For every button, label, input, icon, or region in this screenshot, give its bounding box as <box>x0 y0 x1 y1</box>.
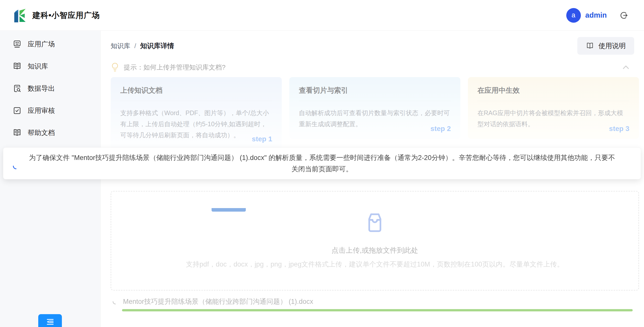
tip-card-slices: 查看切片与索引 自动解析成功后可查看切片数量与索引状态，必要时可重新生成或调整配… <box>289 77 460 139</box>
tips-header: 提示：如何上传并管理知识库文档? <box>111 61 634 73</box>
chevron-up-icon[interactable] <box>621 62 631 72</box>
file-name: Mentor技巧提升陪练场景（储能行业跨部门沟通问题） (1).docx <box>123 297 313 306</box>
jianke-logo-icon <box>14 8 27 23</box>
app-square-icon <box>13 40 22 49</box>
sidebar-item-app-plaza[interactable]: 应用广场 <box>0 33 100 55</box>
sidebar-menu: 应用广场 知识库 数据导出 应用审 <box>0 31 100 144</box>
tip-card-upload: 上传知识文档 支持多种格式（Word、PDF、图片等），单个/总大小有上限，上传… <box>111 77 282 149</box>
page-title: 知识库详情 <box>140 41 174 50</box>
parsing-notice-toast: 为了确保文件 "Mentor技巧提升陪练场景（储能行业跨部门沟通问题） (1).… <box>3 147 641 179</box>
tip-card-title: 在应用中生效 <box>477 86 629 101</box>
sidebar-item-app-review[interactable]: 应用审核 <box>0 100 100 122</box>
upload-dropzone[interactable]: 点击上传,或拖放文件到此处 支持pdf，doc，docx，jpg，png，jpe… <box>111 191 639 290</box>
sidebar-item-knowledge-base[interactable]: 知识库 <box>0 55 100 77</box>
uploading-file-row: Mentor技巧提升陪练场景（储能行业跨部门沟通问题） (1).docx <box>112 297 633 306</box>
open-book-icon <box>13 62 22 71</box>
inbox-icon <box>365 213 385 233</box>
app-header: 建科•小智应用广场 a admin <box>0 0 644 31</box>
loading-spinner-icon <box>12 162 20 170</box>
tips-title: 提示：如何上传并管理知识库文档? <box>124 63 225 72</box>
step-badge: step 1 <box>252 135 272 143</box>
step-badge: step 3 <box>609 125 629 133</box>
sidebar-item-label: 应用审核 <box>28 106 55 115</box>
loading-dimmed-content: 提示：如何上传并管理知识库文档? 上传知识文档 支持多种格式（Word、PDF、… <box>101 61 644 311</box>
usage-guide-button[interactable]: 使用说明 <box>577 37 634 55</box>
tip-card-body: 自动解析成功后可查看切片数量与索引状态，必要时可重新生成或调整配置。 <box>299 108 451 130</box>
sidebar-item-label: 知识库 <box>28 62 48 71</box>
logout-icon[interactable] <box>619 10 629 20</box>
sidebar-item-label: 应用广场 <box>28 40 55 49</box>
dropzone-hint: 支持pdf，doc，docx，jpg，png，jpeg文件格式上传，建议单个文件… <box>186 260 564 269</box>
menu-fold-icon <box>46 317 54 326</box>
upload-button-partial[interactable] <box>212 208 246 212</box>
sidebar-item-data-export[interactable]: 数据导出 <box>0 77 100 100</box>
sidebar-collapse-button[interactable] <box>38 314 62 327</box>
breadcrumb: 知识库 / 知识库详情 使用说明 <box>101 31 644 54</box>
sidebar-item-help-docs[interactable]: 帮助文档 <box>0 122 100 144</box>
username[interactable]: admin <box>585 11 607 19</box>
avatar[interactable]: a <box>566 8 581 23</box>
app-title: 建科•小智应用广场 <box>32 10 100 21</box>
toast-message: 为了确保文件 "Mentor技巧提升陪练场景（储能行业跨部门沟通问题） (1).… <box>26 152 618 175</box>
upload-progress-fill <box>122 309 633 311</box>
sidebar-item-label: 数据导出 <box>28 84 55 93</box>
check-square-icon <box>13 106 22 115</box>
step-badge: step 2 <box>430 125 451 133</box>
tips-cards: 上传知识文档 支持多种格式（Word、PDF、图片等），单个/总大小有上限，上传… <box>111 77 639 149</box>
open-book-icon <box>13 128 22 137</box>
tip-card-body: 支持多种格式（Word、PDF、图片等），单个/总大小有上限，上传后自动处理（约… <box>120 108 272 141</box>
upload-progress-bar <box>122 309 633 311</box>
loading-spinner-icon <box>112 298 119 305</box>
dropzone-text: 点击上传,或拖放文件到此处 <box>332 246 418 255</box>
tip-card-body: 在RAG应用中切片将会被模型检索并召回，形成大模型对话的依据语料。 <box>477 108 629 130</box>
sidebar-item-label: 帮助文档 <box>28 128 55 137</box>
breadcrumb-separator: / <box>134 42 136 50</box>
tip-card-title: 上传知识文档 <box>120 86 272 101</box>
tip-card-effective: 在应用中生效 在RAG应用中切片将会被模型检索并召回，形成大模型对话的依据语料。… <box>468 77 639 139</box>
tip-card-title: 查看切片与索引 <box>299 86 451 101</box>
doc-search-icon <box>13 84 22 93</box>
breadcrumb-parent[interactable]: 知识库 <box>111 42 130 50</box>
open-book-icon <box>586 42 594 50</box>
usage-guide-label: 使用说明 <box>598 41 626 50</box>
lightbulb-icon <box>111 62 119 72</box>
